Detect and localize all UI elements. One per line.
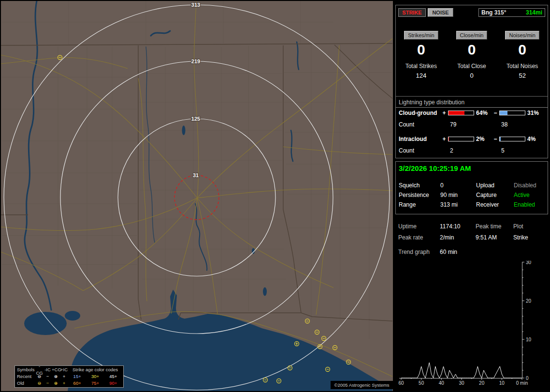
bearing-distance: 314mi (526, 9, 542, 16)
status-row: Range 313 mi Receiver Enabled (399, 201, 546, 208)
status-row: Persistence 90 min Capture Active (399, 192, 546, 198)
cloud-ground-counts: Count 79 38 (399, 121, 546, 127)
pos-ic-recent-icon: + (60, 373, 68, 380)
intracloud-label: Intracloud (399, 136, 441, 142)
session-row: Peak rate 2/min 9:51 AM Strike (398, 234, 546, 241)
lake-pontchartrain (24, 312, 67, 335)
age-codes-old: 60+75+90+ (68, 380, 122, 387)
svg-text:313: 313 (191, 2, 200, 8)
cg-minus-count: 38 (501, 121, 507, 128)
capture-label: Capture (476, 192, 513, 198)
peak-rate-value: 2/min (440, 234, 475, 241)
pos-ic-old-icon: + (60, 380, 68, 387)
noises-per-min-chip[interactable]: Noises/min (505, 31, 539, 40)
legend-recent-label: Recent (16, 373, 35, 380)
uptime-label: Uptime (398, 223, 439, 230)
neg-ic-recent-icon: − (43, 373, 52, 380)
datetime-display: 3/2/2026 10:25:19 AM (399, 164, 471, 172)
total-noises-label: Total Noises (497, 63, 548, 70)
plus-sign: + (441, 110, 447, 116)
peak-rate-label: Peak rate (398, 234, 439, 241)
count-label: Count (399, 147, 414, 154)
ic-plus-bar (448, 137, 474, 141)
svg-text:60: 60 (398, 380, 404, 386)
cg-plus-bar (448, 111, 474, 115)
copyright-notice: ©2005 Astrogenic Systems (331, 381, 393, 389)
legend-age-header: Strike age color codes (68, 366, 122, 373)
legend-pos-cg-header: +CG (52, 366, 60, 373)
ic-minus-bar (499, 137, 525, 141)
svg-text:0: 0 (526, 376, 529, 381)
receiver-status: Enabled (514, 201, 535, 208)
upload-status: Disabled (514, 182, 536, 189)
cloud-ground-row: Cloud-ground + 64% − 31% (399, 110, 546, 116)
status-row: Squelch 0 Upload Disabled (399, 182, 546, 189)
strikes-per-min-value: 0 (396, 42, 447, 57)
cloud-ground-label: Cloud-ground (399, 110, 441, 116)
svg-text:10: 10 (526, 337, 532, 342)
svg-text:0 min: 0 min (516, 380, 528, 386)
age-code: 60+ (73, 380, 81, 387)
svg-text:31: 31 (193, 172, 199, 178)
close-per-min-chip[interactable]: Close/min (456, 31, 488, 40)
legend-pos-ic-header: +IC (60, 366, 68, 373)
svg-text:125: 125 (191, 116, 200, 122)
minus-sign: − (492, 136, 498, 142)
uptime-value: 1174:10 (440, 223, 475, 230)
cg-plus-count: 79 (450, 121, 456, 128)
squelch-label: Squelch (399, 182, 439, 189)
age-codes-recent: 15+30+45+ (68, 373, 122, 380)
neg-cg-old-icon: ⊖ (35, 380, 43, 387)
cg-plus-pct: 64% (476, 110, 492, 116)
total-close-label: Total Close (447, 63, 497, 70)
total-close-value: 0 (447, 72, 497, 79)
map-legend: Symbols -CG -IC +CG +IC Strike age color… (14, 365, 124, 388)
count-label: Count (399, 121, 414, 128)
minus-sign: − (492, 110, 498, 116)
trend-graph-label: Trend graph (398, 249, 439, 255)
range-label: Range (399, 201, 439, 208)
ic-minus-count: 5 (501, 147, 505, 154)
legend-old-label: Old (16, 380, 35, 387)
close-per-min-value: 0 (447, 42, 497, 57)
strike-mode-button[interactable]: STRIKE (398, 8, 426, 17)
svg-text:30: 30 (459, 380, 464, 386)
noise-mode-button[interactable]: NOISE (428, 8, 453, 17)
ic-plus-pct: 2% (476, 136, 492, 142)
pos-cg-old-icon: ⊕ (52, 380, 60, 387)
strike-stats-panel: STRIKE NOISE Bng 315° 314mi Strikes/min … (395, 5, 548, 158)
plot-value: Strike (513, 234, 528, 241)
lightning-map[interactable]: 31321912531 Symbols -CG -IC +CG +IC Stri… (1, 1, 393, 391)
legend-symbols-header: Symbols (16, 366, 35, 373)
age-code: 90+ (109, 380, 117, 387)
pos-cg-recent-icon: ⊕ (52, 373, 60, 380)
age-code: 75+ (91, 380, 99, 387)
plus-sign: + (441, 136, 447, 142)
session-row: Trend graph 60 min (398, 249, 546, 255)
svg-text:219: 219 (191, 58, 200, 64)
persistence-label: Persistence (399, 192, 439, 198)
svg-text:50: 50 (419, 380, 424, 386)
bearing-readout: Bng 315° 314mi (478, 8, 545, 17)
session-row: Uptime 1174:10 Peak time Plot (398, 223, 546, 230)
legend-neg-ic-header: -IC (43, 366, 52, 373)
capture-status: Active (514, 192, 530, 198)
neg-cg-recent-icon: ⊖ (35, 373, 43, 380)
trend-chart-svg: 01020306050403020100 min (397, 261, 546, 390)
ic-plus-count: 2 (450, 147, 453, 154)
persistence-value: 90 min (440, 192, 475, 198)
status-panel: 3/2/2026 10:25:19 AM Squelch 0 Upload Di… (395, 161, 548, 214)
svg-text:10: 10 (499, 380, 505, 386)
map-svg: 31321912531 (1, 1, 393, 391)
cg-minus-bar (499, 111, 525, 115)
peak-time-value: 9:51 AM (476, 234, 512, 241)
range-value: 313 mi (440, 201, 475, 208)
divider (396, 96, 548, 97)
noises-per-min-value: 0 (497, 42, 548, 57)
total-strikes-label: Total Strikes (396, 63, 447, 70)
cg-minus-pct: 31% (527, 110, 544, 116)
strikes-per-min-chip[interactable]: Strikes/min (404, 31, 438, 40)
svg-text:30: 30 (526, 261, 532, 265)
total-noises-value: 52 (497, 72, 548, 79)
trend-graph-value: 60 min (440, 249, 475, 255)
